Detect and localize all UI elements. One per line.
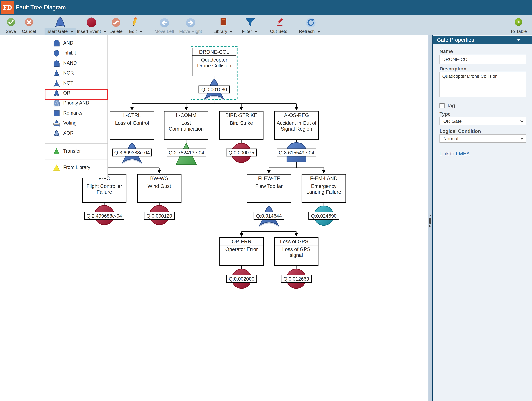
svg-text:Q:0.024690: Q:0.024690 [311,213,336,219]
svg-text:Q:3.699388e-04: Q:3.699388e-04 [114,150,150,155]
svg-text:Drone Collision: Drone Collision [197,63,231,68]
svg-text:BW-WG: BW-WG [150,175,169,181]
svg-text:Q:2.499688e-04: Q:2.499688e-04 [87,213,122,219]
svg-text:signal: signal [290,252,303,258]
svg-text:L-CTRL: L-CTRL [123,112,141,118]
svg-text:Q:0.002000: Q:0.002000 [229,276,254,282]
svg-text:OP-ERR: OP-ERR [232,239,251,244]
svg-text:Q:0.014644: Q:0.014644 [256,213,282,219]
svg-text:Accident in Out of: Accident in Out of [277,120,316,126]
svg-text:Q:0.012669: Q:0.012669 [284,276,309,282]
svg-text:Loss of GPS...: Loss of GPS... [280,239,312,244]
svg-text:BIRD-STRIKE: BIRD-STRIKE [225,112,257,118]
svg-text:Q:2.782413e-04: Q:2.782413e-04 [169,150,204,155]
svg-text:DRONE-COL: DRONE-COL [199,49,229,55]
svg-text:Communication: Communication [169,126,204,132]
svg-text:Emergency: Emergency [311,183,336,189]
svg-text:Loss of GPS: Loss of GPS [282,246,310,252]
svg-text:Operator Error: Operator Error [225,246,258,252]
svg-text:Q:3.615549e-04: Q:3.615549e-04 [279,150,314,155]
svg-text:Q:0.001080: Q:0.001080 [201,87,227,92]
svg-text:Loss of Control: Loss of Control [115,120,149,126]
svg-text:L-COMM: L-COMM [176,112,196,118]
svg-text:Landing Failure: Landing Failure [306,189,341,195]
svg-text:Lost: Lost [181,120,191,126]
svg-text:Signal Region: Signal Region [281,126,312,132]
svg-text:Wind Gust: Wind Gust [147,183,171,189]
svg-text:FLEW-TF: FLEW-TF [258,175,280,181]
svg-text:Quadcopter: Quadcopter [201,57,228,63]
svg-text:Q:0.000120: Q:0.000120 [146,213,172,219]
svg-text:Q:0.000075: Q:0.000075 [228,150,254,155]
svg-text:F-EM-LAND: F-EM-LAND [310,175,338,181]
svg-text:Flew Too far: Flew Too far [255,183,283,189]
svg-text:Bird Strike: Bird Strike [230,120,253,126]
svg-text:A-OS-REG: A-OS-REG [284,112,309,118]
svg-text:Failure: Failure [97,189,112,195]
svg-text:Flight Controller: Flight Controller [87,183,122,189]
